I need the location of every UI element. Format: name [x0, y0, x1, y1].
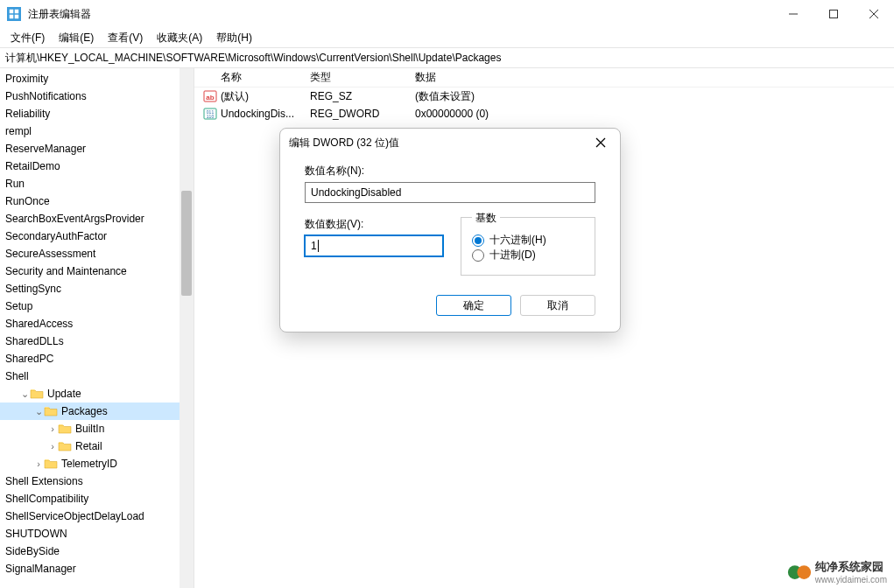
tree-item-label: Security and Maintenance [5, 265, 127, 277]
tree-item[interactable]: SideBySide [0, 542, 194, 560]
tree-item[interactable]: Setup [0, 298, 194, 315]
tree-item-label: Update [47, 388, 81, 400]
folder-icon [44, 405, 58, 417]
radio-dec-input[interactable] [472, 249, 484, 262]
menu-favorites[interactable]: 收藏夹(A) [150, 29, 209, 47]
tree-item[interactable]: SharedDLLs [0, 332, 194, 350]
value-data-input[interactable]: 1 [305, 235, 443, 256]
tree-item[interactable]: Run [0, 175, 194, 192]
window-title: 注册表编辑器 [28, 7, 773, 22]
tree-item-label: rempl [5, 125, 32, 137]
tree-item[interactable]: SignalManager [0, 560, 194, 578]
close-button[interactable] [854, 0, 894, 28]
expand-open-icon[interactable]: ⌄ [33, 406, 44, 417]
tree-item-label: Run [5, 178, 25, 190]
list-header: 名称 类型 数据 [194, 68, 894, 88]
radio-hex-input[interactable] [472, 234, 484, 247]
tree-item[interactable]: ShellServiceObjectDelayLoad [0, 508, 194, 525]
cancel-button[interactable]: 取消 [520, 295, 595, 316]
cell-type: REG_DWORD [310, 108, 415, 120]
tree-item[interactable]: ⌄Packages [0, 402, 194, 420]
window-controls [773, 0, 894, 28]
tree-item[interactable]: ReserveManager [0, 140, 194, 158]
tree-item[interactable]: rempl [0, 122, 194, 140]
svg-text:ab: ab [206, 94, 214, 102]
list-row[interactable]: 011110UndockingDis...REG_DWORD0x00000000… [194, 105, 894, 122]
tree-item[interactable]: SharedPC [0, 350, 194, 368]
menu-view[interactable]: 查看(V) [101, 29, 150, 47]
folder-icon [30, 388, 44, 400]
svg-text:110: 110 [207, 114, 215, 119]
header-type[interactable]: 类型 [310, 70, 415, 85]
tree-item-label: SharedDLLs [5, 335, 64, 347]
tree-item[interactable]: SearchBoxEventArgsProvider [0, 210, 194, 228]
tree-item[interactable]: Shell Extensions [0, 472, 194, 490]
tree-item-label: Shell [5, 370, 29, 382]
tree-item[interactable]: SHUTDOWN [0, 525, 194, 542]
tree-item[interactable]: SecondaryAuthFactor [0, 228, 194, 245]
menu-edit[interactable]: 编辑(E) [52, 29, 101, 47]
dialog-titlebar[interactable]: 编辑 DWORD (32 位)值 [280, 129, 620, 157]
radio-hex-label: 十六进制(H) [489, 233, 546, 248]
radio-dec[interactable]: 十进制(D) [472, 248, 584, 262]
radio-hex[interactable]: 十六进制(H) [472, 233, 584, 248]
tree-item[interactable]: Proximity [0, 70, 194, 88]
tree-scrollbar[interactable] [180, 68, 194, 588]
maximize-button[interactable] [813, 0, 854, 28]
tree-item[interactable]: PushNotifications [0, 88, 194, 105]
tree-item-label: SideBySide [5, 545, 60, 557]
tree-item[interactable]: ›Retail [0, 438, 194, 455]
tree-item-label: Packages [61, 405, 108, 417]
tree-item-label: ShellServiceObjectDelayLoad [5, 510, 144, 522]
tree-item[interactable]: Shell [0, 368, 194, 385]
tree-item-label: BuiltIn [75, 423, 104, 435]
list-row[interactable]: ab(默认)REG_SZ(数值未设置) [194, 88, 894, 105]
tree-item-label: Proximity [5, 73, 48, 85]
folder-icon [58, 440, 72, 452]
minimize-button[interactable] [773, 0, 813, 28]
tree-item[interactable]: RetailDemo [0, 158, 194, 175]
reg-string-icon: ab [203, 89, 217, 103]
tree-item-label: SharedAccess [5, 318, 73, 330]
tree-item[interactable]: ShellCompatibility [0, 490, 194, 508]
svg-rect-0 [10, 10, 14, 14]
tree-item[interactable]: SecureAssessment [0, 245, 194, 262]
folder-icon [44, 458, 58, 470]
address-text: 计算机\HKEY_LOCAL_MACHINE\SOFTWARE\Microsof… [5, 51, 501, 66]
cell-data: (数值未设置) [415, 89, 894, 104]
tree-item[interactable]: Reliability [0, 105, 194, 122]
dialog-close-button[interactable] [590, 132, 611, 153]
tree-item[interactable]: ›BuiltIn [0, 420, 194, 438]
header-name[interactable]: 名称 [203, 70, 310, 85]
ok-button[interactable]: 确定 [436, 295, 511, 316]
value-name-input[interactable] [305, 182, 595, 203]
address-bar[interactable]: 计算机\HKEY_LOCAL_MACHINE\SOFTWARE\Microsof… [0, 47, 894, 68]
tree-item[interactable]: ›TelemetryID [0, 455, 194, 472]
tree-item[interactable]: SharedAccess [0, 315, 194, 332]
value-name-label: 数值名称(N): [305, 164, 595, 178]
tree-item[interactable]: Security and Maintenance [0, 262, 194, 280]
svg-point-16 [797, 565, 811, 579]
tree-item-label: SharedPC [5, 353, 53, 365]
expand-closed-icon[interactable]: › [47, 424, 58, 434]
radio-dec-label: 十进制(D) [489, 248, 536, 262]
tree-item[interactable]: RunOnce [0, 192, 194, 210]
folder-icon [58, 423, 72, 435]
tree-item-label: TelemetryID [61, 458, 117, 470]
expand-closed-icon[interactable]: › [33, 458, 44, 469]
tree-item-label: PushNotifications [5, 90, 87, 102]
menu-file[interactable]: 文件(F) [4, 29, 52, 47]
edit-dword-dialog: 编辑 DWORD (32 位)值 数值名称(N): 数值数据(V): 1 基数 … [279, 128, 621, 332]
tree-pane: ProximityPushNotificationsReliabilityrem… [0, 68, 194, 588]
header-data[interactable]: 数据 [415, 70, 894, 85]
tree-item[interactable]: SettingSync [0, 280, 194, 298]
cell-data: 0x00000000 (0) [415, 108, 894, 120]
titlebar: 注册表编辑器 [0, 0, 894, 28]
expand-open-icon[interactable]: ⌄ [19, 388, 30, 400]
tree-item-label: RetailDemo [5, 160, 60, 172]
tree-item[interactable]: ⌄Update [0, 385, 194, 402]
menu-help[interactable]: 帮助(H) [209, 29, 259, 47]
scrollbar-thumb[interactable] [181, 191, 192, 296]
value-data-label: 数值数据(V): [305, 217, 443, 232]
expand-closed-icon[interactable]: › [47, 441, 58, 452]
